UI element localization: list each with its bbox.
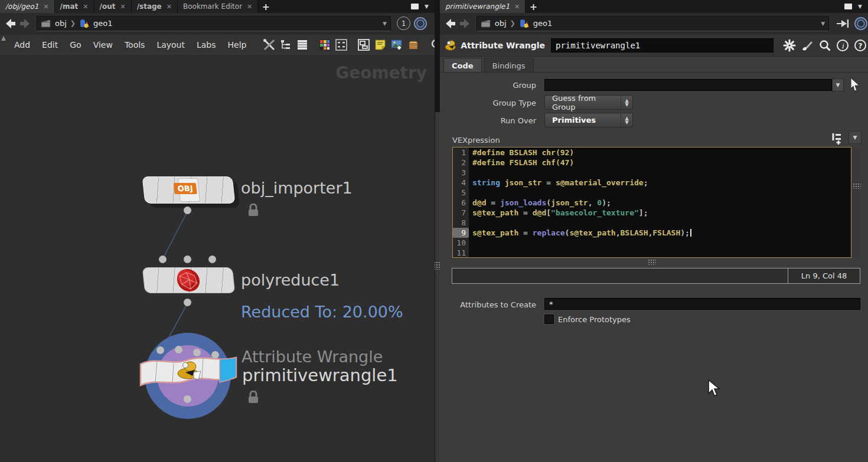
- attributes-to-create-input[interactable]: *: [544, 298, 860, 310]
- tab-obj-geo1[interactable]: /obj/geo1 ✕: [0, 0, 55, 13]
- close-icon[interactable]: ✕: [247, 3, 252, 11]
- maximize-pane-icon[interactable]: [411, 4, 419, 9]
- code-line[interactable]: 9s@tex_path = replace(s@tex_path,BSLASH,…: [453, 228, 851, 238]
- param-scrollbar[interactable]: [435, 112, 440, 462]
- vex-code-editor[interactable]: 1#define BSLASH chr(92)2#define FSLASH c…: [452, 147, 851, 258]
- pane-menu-chevron-icon[interactable]: ▼: [858, 4, 862, 9]
- editor-scrollbar[interactable]: [853, 148, 860, 257]
- menu-tools[interactable]: Tools: [119, 40, 151, 50]
- color-palette-icon[interactable]: [317, 37, 332, 53]
- gear-icon[interactable]: [782, 38, 797, 53]
- output-connector[interactable]: [184, 299, 191, 306]
- info-icon[interactable]: i: [835, 38, 850, 53]
- breadcrumb-root[interactable]: obj: [495, 19, 507, 28]
- network-editor-canvas[interactable]: Geometry OBJ obj_importer1: [0, 56, 435, 462]
- help-icon[interactable]: ?: [853, 38, 868, 53]
- code-line[interactable]: 7s@tex_path = d@d["basecolor_texture"];: [453, 208, 851, 218]
- forward-button[interactable]: [458, 17, 472, 30]
- node-name-field[interactable]: primitivewrangle1: [551, 38, 774, 53]
- link-number-badge[interactable]: 1: [397, 17, 410, 30]
- chevron-down-icon[interactable]: ▼: [378, 21, 387, 27]
- editor-resize-handle[interactable]: [452, 258, 851, 266]
- code-line[interactable]: 6d@d = json_loads(json_str, 0);: [453, 198, 851, 208]
- menu-help[interactable]: Help: [222, 40, 253, 50]
- close-icon[interactable]: ✕: [83, 3, 88, 11]
- code-line[interactable]: 1#define BSLASH chr(92): [453, 148, 851, 158]
- node-label-polyreduce[interactable]: polyreduce1: [241, 271, 340, 289]
- geo-node-icon: [79, 19, 90, 28]
- list-view-icon[interactable]: [295, 37, 310, 53]
- breadcrumb-node[interactable]: geo1: [533, 19, 552, 28]
- customize-tools-icon[interactable]: [262, 37, 277, 53]
- close-icon[interactable]: ✕: [120, 3, 125, 11]
- radial-link-icon[interactable]: [413, 17, 428, 31]
- lock-icon: [247, 204, 259, 217]
- maximize-pane-icon[interactable]: [844, 4, 852, 9]
- code-line[interactable]: 11: [453, 248, 851, 258]
- run-over-combo[interactable]: Primitives ▲▼: [544, 113, 633, 127]
- breadcrumb[interactable]: obj ❯ geo1 ▼: [37, 16, 391, 31]
- new-tab-button[interactable]: +: [258, 0, 273, 13]
- close-icon[interactable]: ✕: [43, 3, 48, 11]
- node-info-reduced: Reduced To: 20.00%: [241, 303, 403, 321]
- tab-bindings[interactable]: Bindings: [484, 58, 534, 73]
- input-connector[interactable]: [208, 255, 216, 263]
- tree-view-icon[interactable]: [278, 37, 293, 53]
- close-icon[interactable]: ✕: [167, 3, 172, 11]
- scroll-up-icon[interactable]: [1, 36, 6, 41]
- output-connector[interactable]: [184, 395, 191, 403]
- menu-edit[interactable]: Edit: [36, 40, 64, 50]
- node-obj-importer[interactable]: OBJ: [142, 176, 236, 204]
- node-label-obj-importer[interactable]: obj_importer1: [241, 179, 353, 197]
- pane-menu-chevron-icon[interactable]: ▼: [425, 4, 429, 9]
- input-connector[interactable]: [184, 255, 191, 263]
- code-line[interactable]: 4string json_str = s@material_override;: [453, 178, 851, 188]
- menu-add[interactable]: Add: [8, 40, 36, 50]
- chevron-down-icon[interactable]: ▼: [816, 21, 825, 27]
- group-pick-arrow-icon[interactable]: [849, 77, 862, 91]
- background-image-icon[interactable]: [389, 37, 404, 53]
- node-label-wrangle[interactable]: primitivewrangle1: [242, 365, 398, 385]
- code-line[interactable]: 3: [453, 168, 851, 178]
- code-line[interactable]: 2#define FSLASH chf(47): [453, 158, 851, 168]
- tab-bookmark-editor[interactable]: Bookmark Editor ✕: [178, 0, 258, 13]
- menu-layout[interactable]: Layout: [151, 40, 191, 50]
- code-line[interactable]: 8: [453, 218, 851, 228]
- layout-windows-icon[interactable]: [356, 37, 371, 53]
- output-connector[interactable]: [184, 207, 191, 214]
- node-wrangle-flag[interactable]: [139, 352, 239, 391]
- breadcrumb[interactable]: obj ❯ geo1 ▼: [477, 16, 829, 31]
- back-button[interactable]: [4, 17, 18, 30]
- group-type-combo[interactable]: Guess from Group ▲▼: [544, 95, 633, 110]
- close-icon[interactable]: ✕: [514, 3, 520, 11]
- breadcrumb-root[interactable]: obj: [55, 19, 67, 28]
- tab-primitivewrangle1[interactable]: primitivewrangle1 ✕: [440, 0, 526, 13]
- menu-view[interactable]: View: [87, 40, 119, 50]
- tab-stage[interactable]: /stage ✕: [132, 0, 178, 13]
- menu-labs[interactable]: Labs: [191, 40, 222, 50]
- new-tab-button[interactable]: +: [526, 0, 541, 13]
- asset-box-icon[interactable]: [406, 37, 421, 53]
- group-dropdown-button[interactable]: ▼: [832, 78, 844, 91]
- tab-mat[interactable]: /mat ✕: [55, 0, 94, 13]
- tab-code[interactable]: Code: [443, 58, 482, 73]
- menu-go[interactable]: Go: [64, 40, 87, 50]
- pin-pane-icon[interactable]: [836, 18, 850, 30]
- code-line[interactable]: 5: [453, 188, 851, 198]
- enforce-prototypes-checkbox[interactable]: [544, 314, 554, 324]
- radial-link-icon[interactable]: [854, 17, 868, 31]
- tab-out[interactable]: /out ✕: [94, 0, 132, 13]
- node-snippet-icon[interactable]: [831, 131, 846, 145]
- vexpression-menu-button[interactable]: ▼: [849, 131, 862, 144]
- back-button[interactable]: [443, 17, 458, 30]
- forward-button[interactable]: [18, 17, 32, 30]
- group-input[interactable]: [544, 79, 832, 91]
- code-line[interactable]: 10: [453, 238, 851, 248]
- shape-palette-icon[interactable]: [334, 37, 349, 53]
- sticky-note-icon[interactable]: [373, 37, 388, 53]
- breadcrumb-node[interactable]: geo1: [93, 19, 112, 28]
- search-icon[interactable]: [817, 38, 833, 53]
- brush-icon[interactable]: [800, 38, 815, 53]
- node-polyreduce[interactable]: [142, 267, 236, 293]
- input-connector[interactable]: [159, 255, 167, 263]
